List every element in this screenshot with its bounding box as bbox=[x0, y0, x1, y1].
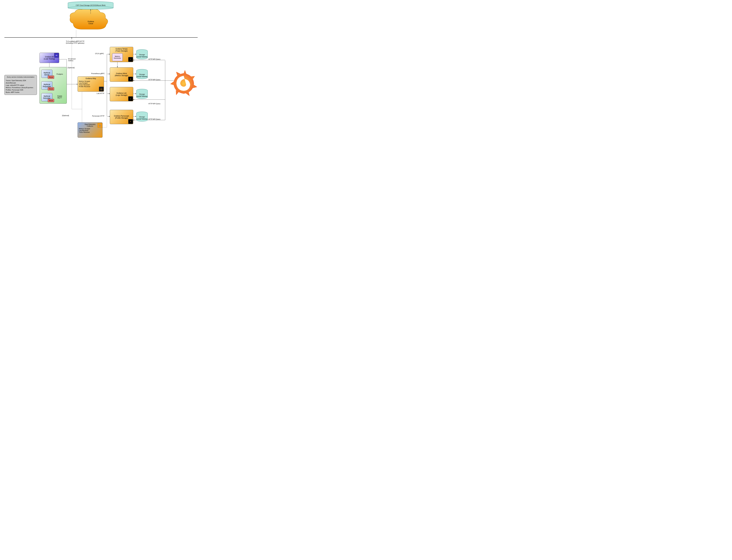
mr-l1: Mythical bbox=[43, 83, 51, 86]
grafana-cloud-shape bbox=[70, 8, 108, 29]
instr-header: Every service includes instrumentation bbox=[6, 76, 36, 78]
beyla-requester: Beyla bbox=[48, 87, 54, 90]
tempo-l1: Grafana Tempo bbox=[111, 48, 132, 50]
loki-icon: L bbox=[128, 96, 133, 101]
mimir-icon: M bbox=[128, 77, 133, 81]
edge-http-api-loki: HTTP API Query bbox=[148, 103, 160, 105]
otel-l2: Trace Receiver bbox=[79, 131, 101, 133]
rabbit-label: Rabbit MQTT bbox=[55, 95, 64, 99]
storage-tempo-label: Storage(Local Volume) bbox=[136, 51, 148, 58]
instr-l2: Metrics: Prometheus Library/Exporters bbox=[6, 87, 36, 89]
mg-l1: Metrics bbox=[113, 55, 121, 57]
optional-label-bottom: [Optional] bbox=[62, 115, 69, 116]
instr-l0: Traces: OpenTelemetry SDK (Auto/Manual) bbox=[6, 79, 36, 84]
otel-l1: Log Receiver bbox=[79, 130, 101, 131]
metrics-generator-box: Metrics Generator bbox=[112, 53, 123, 61]
tls-l1: TLS enabled gRPC/HTTP bbox=[66, 40, 92, 42]
beyla-server: Beyla bbox=[48, 76, 54, 79]
ms-l1: Mythical bbox=[43, 72, 51, 74]
grafana-logo-icon bbox=[170, 70, 197, 96]
tempo-icon: T bbox=[128, 57, 133, 62]
pyro-l2: (Profile Storage) bbox=[111, 117, 132, 119]
optional-label-top: [Optional] bbox=[68, 67, 75, 69]
alloy-icon: ◎ bbox=[99, 87, 104, 91]
grafana-cloud-label: Grafana Cloud bbox=[82, 20, 100, 25]
grafana-cloud-l1: Grafana bbox=[82, 20, 100, 23]
otel-l0: Metrics Scraper bbox=[79, 128, 101, 130]
storage-loki-label: Storage(Local Volume) bbox=[136, 90, 148, 98]
rab-l2: MQTT bbox=[55, 97, 64, 99]
tls-l2: (including OTLP gateway) bbox=[66, 42, 92, 44]
postgres-label: Postgres bbox=[56, 73, 64, 75]
svg-point-5 bbox=[68, 6, 113, 9]
instr-l1: Logs: stdout/HTTP output bbox=[6, 84, 36, 87]
edge-loki-http: Loki HTTP bbox=[95, 93, 106, 94]
mimir-l1: Grafana Mimir bbox=[111, 72, 132, 75]
edge-http-api-pyro: HTTP API Query bbox=[148, 118, 160, 120]
alloy-l2: Trace Receiver bbox=[79, 84, 103, 86]
rab-l1: Rabbit bbox=[55, 95, 64, 97]
connectors bbox=[0, 0, 202, 140]
k6-derived-metrics-label: k6 derived metrics bbox=[68, 58, 76, 61]
beyla-recorder: Beyla bbox=[48, 99, 54, 102]
storage-pyro-label: Storage(Local Volume) bbox=[136, 113, 148, 120]
edge-pyro-http: Pyroscope HTTP bbox=[90, 115, 107, 117]
k6-icon: k6 bbox=[54, 53, 59, 58]
grafana-cloud-l2: Cloud bbox=[82, 23, 100, 25]
storage-mimir-label: Storage(Local Volume) bbox=[136, 71, 148, 78]
instr-l4: Beyla: eBPF hooks bbox=[6, 91, 36, 94]
k6-sub: (Load Testing) bbox=[41, 58, 58, 60]
tempo-l2: (Trace Storage) bbox=[111, 50, 132, 52]
edge-otlp-grpc: OTLP gRPC bbox=[93, 53, 106, 54]
instrumentation-note: Every service includes instrumentation T… bbox=[4, 75, 37, 95]
cloud-storage-label: CSP Cloud Storage (GCS/S3/Azure Blob) bbox=[68, 4, 113, 6]
instr-l3: Profiles: Pyroscope SDK bbox=[6, 89, 36, 91]
storage-cylinders bbox=[136, 49, 148, 121]
k6m-l2: metrics bbox=[68, 60, 76, 61]
loki-l1: Grafana Loki bbox=[111, 92, 132, 94]
pyro-l1: Grafana Pyroscope bbox=[111, 115, 132, 117]
alloy-l0: Metrics Scraper bbox=[79, 80, 103, 82]
edge-http-api-tempo: HTTP API Query bbox=[148, 58, 160, 60]
alloy-l1: Log Scraper bbox=[79, 82, 103, 84]
loki-l2: (Logs Storage) bbox=[111, 94, 132, 96]
otel-icon: ◎ bbox=[98, 123, 102, 128]
tls-note: TLS enabled gRPC/HTTP (including OTLP ga… bbox=[66, 40, 92, 44]
mg-l2: Generator bbox=[113, 57, 121, 59]
mrec-l1: Mythical bbox=[43, 95, 51, 97]
mimir-l2: (Metrics Storage) bbox=[111, 75, 132, 77]
alloy-title: Grafana Alloy bbox=[79, 77, 103, 79]
edge-http-api-mimir: HTTP API Query bbox=[148, 79, 160, 81]
pyroscope-icon: P bbox=[128, 119, 133, 124]
k6m-l1: k6 derived bbox=[68, 58, 76, 60]
edge-prom-grpc: Prometheus gRPC bbox=[89, 73, 107, 74]
